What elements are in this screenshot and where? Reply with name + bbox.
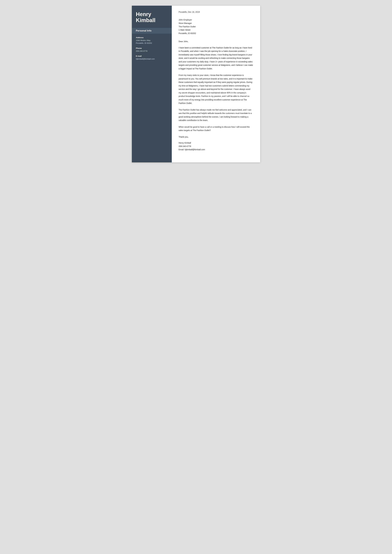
- sig-phone: 208-240-0778: [179, 145, 253, 148]
- recipient-company: The Fashion Outlet: [179, 25, 253, 28]
- salutation: Dear John,: [179, 40, 253, 43]
- letter-date: Pocatello, Dec 16, 2019: [179, 11, 253, 13]
- address-line1: 1560 Modoc Alley: [136, 39, 168, 42]
- paragraph-4: When would be good to have a call or a m…: [179, 125, 253, 132]
- address-label: Address: [136, 36, 168, 39]
- sig-email: Email: hjkimball@kimball.com: [179, 148, 253, 152]
- paragraph-2: From my many visits to your store, I kno…: [179, 74, 253, 105]
- recipient-title: Store Manager: [179, 22, 253, 25]
- sig-name: Henry Kimball: [179, 141, 253, 145]
- sidebar: Henry Kimball Personal Info Address 1560…: [132, 6, 172, 162]
- email-section: E-mail hjkimball@kimball.com: [136, 55, 168, 60]
- address-line2: Pocatello, ID 83202: [136, 42, 168, 45]
- paragraph-1: I have been a committed customer at The …: [179, 46, 253, 70]
- phone-label: Phone: [136, 47, 168, 49]
- signature-block: Thank you, Henry Kimball 208-240-0778 Em…: [179, 135, 253, 152]
- paragraph-3: The Fashion Outlet has always made me fe…: [179, 108, 253, 122]
- recipient-block: John Employer Store Manager The Fashion …: [179, 18, 253, 35]
- address-section: Address 1560 Modoc Alley Pocatello, ID 8…: [136, 36, 168, 45]
- closing: Thank you,: [179, 135, 253, 139]
- phone-section: Phone 208-240-0778: [136, 47, 168, 53]
- phone-value: 208-240-0778: [136, 50, 168, 53]
- applicant-name: Henry Kimball: [136, 11, 168, 23]
- recipient-address2: Pocatello, ID 83202: [179, 32, 253, 35]
- recipient-address1: 1 Main Street: [179, 28, 253, 32]
- resume-document: Henry Kimball Personal Info Address 1560…: [132, 6, 260, 162]
- main-content: Pocatello, Dec 16, 2019 John Employer St…: [172, 6, 260, 162]
- personal-info-header: Personal Info: [132, 28, 172, 34]
- letter-body: I have been a committed customer at The …: [179, 46, 253, 132]
- email-label: E-mail: [136, 55, 168, 57]
- recipient-name: John Employer: [179, 18, 253, 22]
- email-value: hjkimball@kimball.com: [136, 58, 168, 60]
